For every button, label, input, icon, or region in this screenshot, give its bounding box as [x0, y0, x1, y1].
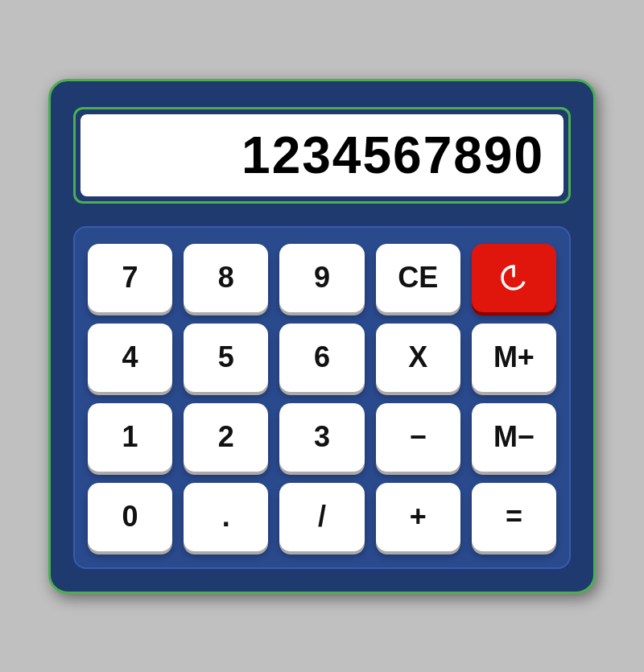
btn-mplus[interactable]: M+	[472, 324, 556, 392]
btn-0[interactable]: 0	[88, 483, 172, 551]
btn-4[interactable]: 4	[88, 324, 172, 392]
btn-add[interactable]: +	[376, 483, 460, 551]
power-icon	[497, 262, 530, 294]
btn-power[interactable]	[472, 244, 556, 312]
calculator: 1234567890 789CE 456XM+123−M−0./+=	[48, 79, 596, 594]
btn-dot[interactable]: .	[184, 483, 268, 551]
display: 1234567890	[80, 114, 564, 196]
btn-6[interactable]: 6	[279, 324, 364, 392]
btn-3[interactable]: 3	[279, 403, 364, 472]
btn-eq[interactable]: =	[472, 483, 556, 551]
btn-7[interactable]: 7	[88, 244, 172, 312]
btn-mminus[interactable]: M−	[472, 403, 556, 472]
btn-9[interactable]: 9	[279, 244, 364, 312]
btn-1[interactable]: 1	[88, 403, 172, 472]
btn-sub[interactable]: −	[376, 403, 460, 472]
btn-mul[interactable]: X	[376, 324, 460, 392]
display-wrapper: 1234567890	[73, 107, 571, 204]
btn-5[interactable]: 5	[184, 324, 268, 392]
btn-div[interactable]: /	[279, 483, 364, 551]
keypad-wrapper: 789CE 456XM+123−M−0./+=	[73, 226, 571, 569]
btn-ce[interactable]: CE	[376, 244, 460, 312]
keypad: 789CE 456XM+123−M−0./+=	[88, 244, 556, 551]
btn-8[interactable]: 8	[184, 244, 268, 312]
btn-2[interactable]: 2	[184, 403, 268, 472]
